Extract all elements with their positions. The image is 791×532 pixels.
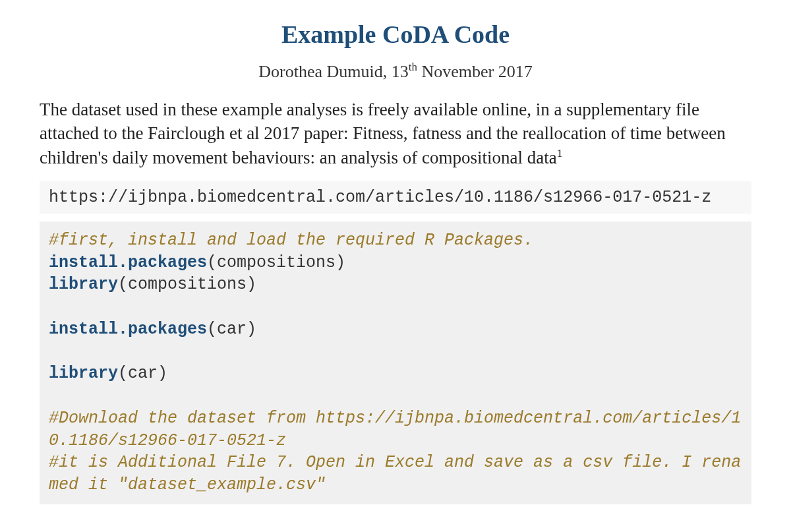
date-prefix: , 13	[383, 62, 409, 81]
date-suffix: November 2017	[417, 62, 533, 81]
code-args: (car)	[207, 320, 256, 339]
code-comment: #it is Additional File 7. Open in Excel …	[49, 453, 741, 494]
intro-paragraph: The dataset used in these example analys…	[40, 98, 751, 169]
footnote-ref: 1	[557, 146, 563, 160]
byline: Dorothea Dumuid, 13th November 2017	[40, 61, 751, 82]
document-title: Example CoDA Code	[40, 20, 751, 49]
code-comment: #first, install and load the required R …	[49, 231, 533, 250]
code-args: (compositions)	[207, 253, 345, 272]
intro-text: The dataset used in these example analys…	[40, 100, 726, 167]
code-comment: #Download the dataset from https://ijbnp…	[49, 409, 741, 450]
r-code-block: #first, install and load the required R …	[40, 222, 751, 504]
code-args: (compositions)	[118, 275, 256, 294]
dataset-url: https://ijbnpa.biomedcentral.com/article…	[40, 181, 751, 214]
date-ordinal: th	[409, 61, 417, 73]
code-keyword: library	[49, 364, 118, 383]
author-name: Dorothea Dumuid	[258, 62, 382, 81]
code-keyword: install.packages	[49, 320, 207, 339]
code-args: (car)	[118, 364, 167, 383]
code-keyword: library	[49, 275, 118, 294]
code-keyword: install.packages	[49, 253, 207, 272]
